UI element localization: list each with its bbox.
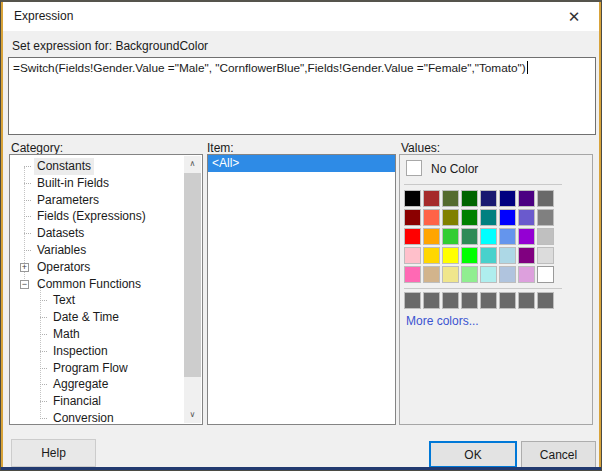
category-item-label: Aggregate <box>50 376 111 393</box>
category-item-financial[interactable]: Financial <box>10 393 184 410</box>
color-swatch[interactable] <box>518 228 535 245</box>
item-row-all[interactable]: <All> <box>208 155 395 172</box>
tree-dash <box>24 216 31 217</box>
color-swatch[interactable] <box>499 190 516 207</box>
item-list: <All> <box>207 154 396 425</box>
custom-color-swatch[interactable] <box>404 292 421 309</box>
tree-dash <box>40 368 47 369</box>
category-item-variables[interactable]: Variables <box>10 242 184 259</box>
more-colors-link[interactable]: More colors... <box>406 314 479 328</box>
scroll-down-button[interactable]: ∨ <box>184 407 201 423</box>
color-swatch[interactable] <box>518 266 535 283</box>
color-swatch[interactable] <box>461 228 478 245</box>
color-swatch[interactable] <box>404 190 421 207</box>
color-swatch[interactable] <box>480 190 497 207</box>
color-swatch[interactable] <box>423 190 440 207</box>
expand-icon[interactable]: + <box>20 263 29 272</box>
category-item-built-in-fields[interactable]: Built-in Fields <box>10 175 184 192</box>
category-item-parameters[interactable]: Parameters <box>10 192 184 209</box>
category-item-label: Operators <box>34 259 93 276</box>
color-swatch[interactable] <box>442 209 459 226</box>
color-swatch[interactable] <box>518 247 535 264</box>
category-item-label: Parameters <box>34 192 102 209</box>
category-item-program-flow[interactable]: Program Flow <box>10 360 184 377</box>
category-scrollbar[interactable]: ∧ ∨ <box>184 156 201 423</box>
category-item-label: Fields (Expressions) <box>34 208 149 225</box>
color-swatch[interactable] <box>461 209 478 226</box>
color-swatch[interactable] <box>442 228 459 245</box>
custom-color-swatch[interactable] <box>461 292 478 309</box>
category-item-text[interactable]: Text <box>10 292 184 309</box>
color-swatch[interactable] <box>442 190 459 207</box>
color-swatch[interactable] <box>480 247 497 264</box>
color-swatch[interactable] <box>442 247 459 264</box>
ok-button[interactable]: OK <box>429 441 517 468</box>
category-item-datasets[interactable]: Datasets <box>10 225 184 242</box>
color-swatch[interactable] <box>423 228 440 245</box>
category-item-aggregate[interactable]: Aggregate <box>10 376 184 393</box>
color-swatch[interactable] <box>461 190 478 207</box>
color-swatch[interactable] <box>461 266 478 283</box>
color-swatch[interactable] <box>404 228 421 245</box>
category-item-math[interactable]: Math <box>10 326 184 343</box>
category-item-operators[interactable]: +Operators <box>10 259 184 276</box>
color-swatch[interactable] <box>518 209 535 226</box>
help-button[interactable]: Help <box>11 439 96 467</box>
color-swatch[interactable] <box>499 266 516 283</box>
tree-dash <box>40 351 47 352</box>
category-item-fields-expressions[interactable]: Fields (Expressions) <box>10 208 184 225</box>
color-swatch[interactable] <box>499 247 516 264</box>
scroll-up-button[interactable]: ∧ <box>184 156 201 172</box>
expression-input[interactable]: =Switch(Fields!Gender.Value ="Male", "Co… <box>8 57 596 135</box>
category-item-inspection[interactable]: Inspection <box>10 343 184 360</box>
scrollbar-thumb[interactable] <box>184 173 201 377</box>
expression-dialog: Expression ✕ Set expression for: Backgro… <box>0 0 602 471</box>
color-swatch[interactable] <box>537 209 554 226</box>
dialog-title: Expression <box>14 9 73 23</box>
category-item-date-time[interactable]: Date & Time <box>10 309 184 326</box>
category-item-constants[interactable]: Constants <box>10 158 184 175</box>
category-item-label: Date & Time <box>50 309 122 326</box>
custom-color-swatch[interactable] <box>480 292 497 309</box>
category-item-common-functions[interactable]: −Common Functions <box>10 276 184 293</box>
color-swatch[interactable] <box>499 228 516 245</box>
color-swatch[interactable] <box>537 228 554 245</box>
color-swatch[interactable] <box>499 209 516 226</box>
color-swatch[interactable] <box>404 247 421 264</box>
close-button[interactable]: ✕ <box>553 2 595 31</box>
values-label: Values: <box>401 141 440 155</box>
color-swatch[interactable] <box>423 266 440 283</box>
color-swatch[interactable] <box>480 209 497 226</box>
title-bar: Expression ✕ <box>3 2 599 31</box>
color-swatch[interactable] <box>518 190 535 207</box>
custom-color-swatch[interactable] <box>537 292 554 309</box>
color-swatch[interactable] <box>537 266 554 283</box>
category-list: ConstantsBuilt-in FieldsParametersFields… <box>9 154 203 425</box>
color-swatch[interactable] <box>537 247 554 264</box>
tree-dash <box>24 200 31 201</box>
custom-color-swatch[interactable] <box>499 292 516 309</box>
color-swatch[interactable] <box>480 266 497 283</box>
color-swatch[interactable] <box>442 266 459 283</box>
no-color-swatch[interactable] <box>406 160 422 176</box>
color-swatch[interactable] <box>461 247 478 264</box>
custom-color-swatch[interactable] <box>518 292 535 309</box>
color-swatch[interactable] <box>423 247 440 264</box>
custom-color-swatch[interactable] <box>423 292 440 309</box>
custom-color-swatch[interactable] <box>442 292 459 309</box>
expression-text: =Switch(Fields!Gender.Value ="Male", "Co… <box>13 61 526 75</box>
tree-dash <box>24 233 31 234</box>
color-swatch[interactable] <box>537 190 554 207</box>
color-swatch[interactable] <box>423 209 440 226</box>
collapse-icon[interactable]: − <box>20 280 29 289</box>
tree-dash <box>40 317 47 318</box>
category-item-label: Math <box>50 326 83 343</box>
cancel-button[interactable]: Cancel <box>521 441 596 468</box>
color-swatch[interactable] <box>480 228 497 245</box>
color-swatch[interactable] <box>404 209 421 226</box>
color-swatch[interactable] <box>404 266 421 283</box>
category-item-conversion[interactable]: Conversion <box>10 410 184 425</box>
tree-dash <box>40 300 47 301</box>
category-item-label: Financial <box>50 393 104 410</box>
category-item-label: Common Functions <box>34 276 144 293</box>
